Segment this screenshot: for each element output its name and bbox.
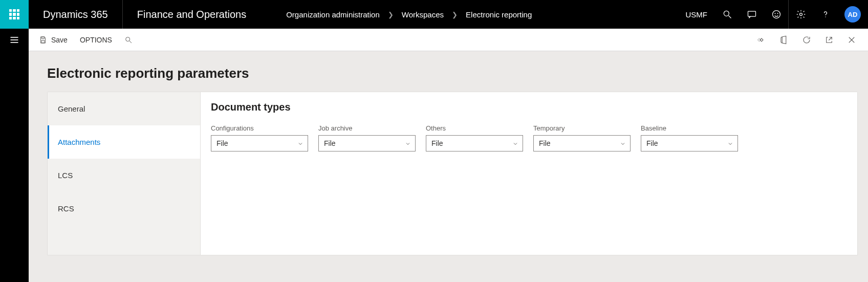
side-tabs: General Attachments LCS RCS — [47, 92, 201, 255]
close-button[interactable] — [841, 31, 862, 49]
dropdown-value: File — [646, 139, 658, 147]
breadcrumb: Organization administration ❯ Workspaces… — [286, 0, 678, 29]
diamond-icon — [757, 35, 766, 45]
page-title: Electronic reporting parameters — [29, 51, 868, 92]
field-configurations: Configurations File — [211, 124, 308, 151]
gear-icon — [796, 9, 806, 19]
job-archive-dropdown[interactable]: File — [318, 135, 416, 151]
section-title: Document types — [211, 101, 847, 113]
parameters-panel: General Attachments LCS RCS Document typ… — [47, 92, 858, 255]
module-label[interactable]: Finance and Operations — [123, 0, 261, 29]
options-button[interactable]: OPTIONS — [76, 33, 116, 47]
chevron-down-icon — [727, 140, 733, 146]
hamburger-icon — [9, 35, 19, 45]
svg-point-6 — [799, 13, 802, 16]
configurations-dropdown[interactable]: File — [211, 135, 308, 151]
document-types-row: Configurations File Job archive File — [211, 124, 847, 151]
search-icon — [124, 36, 133, 44]
save-label: Save — [51, 36, 68, 44]
svg-rect-12 — [41, 40, 44, 42]
popout-button[interactable] — [819, 31, 839, 49]
field-temporary: Temporary File — [533, 124, 631, 151]
field-others: Others File — [426, 124, 523, 151]
close-icon — [847, 35, 856, 45]
save-icon — [39, 36, 47, 44]
field-label: Job archive — [318, 124, 416, 132]
breadcrumb-item[interactable]: Organization administration — [286, 10, 380, 19]
actionbar-search-button[interactable] — [120, 33, 137, 47]
settings-button[interactable] — [788, 0, 813, 29]
refresh-button[interactable] — [796, 31, 817, 49]
dropdown-value: File — [324, 139, 336, 147]
smiley-icon — [771, 9, 782, 19]
chevron-down-icon — [512, 140, 518, 146]
popout-icon — [824, 35, 834, 45]
chat-icon — [747, 9, 757, 19]
dropdown-value: File — [216, 139, 228, 147]
tab-label: Attachments — [58, 138, 100, 146]
tab-general[interactable]: General — [48, 92, 200, 125]
user-avatar[interactable]: AD — [844, 6, 861, 23]
field-job-archive: Job archive File — [318, 124, 416, 151]
app-launcher-button[interactable] — [0, 0, 29, 29]
svg-point-13 — [126, 37, 130, 41]
breadcrumb-item[interactable]: Electronic reporting — [466, 10, 532, 19]
page-body: Electronic reporting parameters General … — [29, 51, 868, 282]
field-label: Baseline — [641, 124, 738, 132]
tab-content: Document types Configurations File Job a… — [201, 92, 858, 255]
tab-attachments[interactable]: Attachments — [48, 125, 200, 159]
feedback-button[interactable] — [764, 0, 788, 29]
brand-label[interactable]: Dynamics 365 — [29, 0, 123, 29]
chevron-down-icon — [297, 140, 303, 146]
svg-point-0 — [724, 11, 729, 16]
chevron-down-icon — [405, 140, 411, 146]
tab-label: LCS — [58, 171, 73, 180]
tab-lcs[interactable]: LCS — [48, 159, 200, 192]
content-column: Save OPTIONS — [29, 29, 868, 282]
office-button[interactable] — [774, 31, 794, 49]
left-rail — [0, 29, 29, 282]
temporary-dropdown[interactable]: File — [533, 135, 631, 151]
search-button[interactable] — [714, 0, 739, 29]
svg-point-3 — [772, 11, 780, 18]
tab-label: RCS — [58, 204, 74, 213]
svg-point-4 — [775, 13, 775, 14]
office-icon — [779, 35, 789, 45]
svg-rect-11 — [41, 37, 44, 38]
actionbar-right-icons — [751, 31, 862, 49]
dropdown-value: File — [539, 139, 551, 147]
waffle-icon — [9, 9, 19, 19]
refresh-icon — [802, 35, 811, 45]
svg-line-1 — [728, 16, 731, 18]
field-label: Temporary — [533, 124, 631, 132]
main-row: Save OPTIONS — [0, 29, 868, 282]
chevron-down-icon — [620, 140, 626, 146]
breadcrumb-item[interactable]: Workspaces — [402, 10, 444, 19]
action-bar: Save OPTIONS — [29, 29, 868, 51]
field-baseline: Baseline File — [641, 124, 738, 151]
dropdown-value: File — [431, 139, 443, 147]
topbar-right-group: USMF AD — [679, 0, 869, 29]
svg-point-5 — [777, 13, 778, 14]
options-label: OPTIONS — [80, 36, 112, 44]
question-icon — [820, 9, 831, 19]
help-button[interactable] — [813, 0, 837, 29]
svg-line-14 — [129, 41, 132, 43]
chevron-right-icon: ❯ — [388, 11, 394, 18]
tab-rcs[interactable]: RCS — [48, 192, 200, 225]
others-dropdown[interactable]: File — [426, 135, 523, 151]
svg-point-7 — [825, 16, 826, 17]
save-button[interactable]: Save — [35, 33, 72, 47]
field-label: Others — [426, 124, 523, 132]
global-navbar: Dynamics 365 Finance and Operations Orga… — [0, 0, 868, 29]
search-icon — [722, 9, 732, 19]
svg-rect-2 — [748, 11, 755, 16]
field-label: Configurations — [211, 124, 308, 132]
attach-button[interactable] — [751, 31, 772, 49]
tab-label: General — [58, 104, 85, 113]
baseline-dropdown[interactable]: File — [641, 135, 738, 151]
messages-button[interactable] — [739, 0, 764, 29]
chevron-right-icon: ❯ — [452, 11, 458, 18]
nav-toggle-button[interactable] — [0, 29, 29, 51]
company-code[interactable]: USMF — [679, 0, 715, 29]
